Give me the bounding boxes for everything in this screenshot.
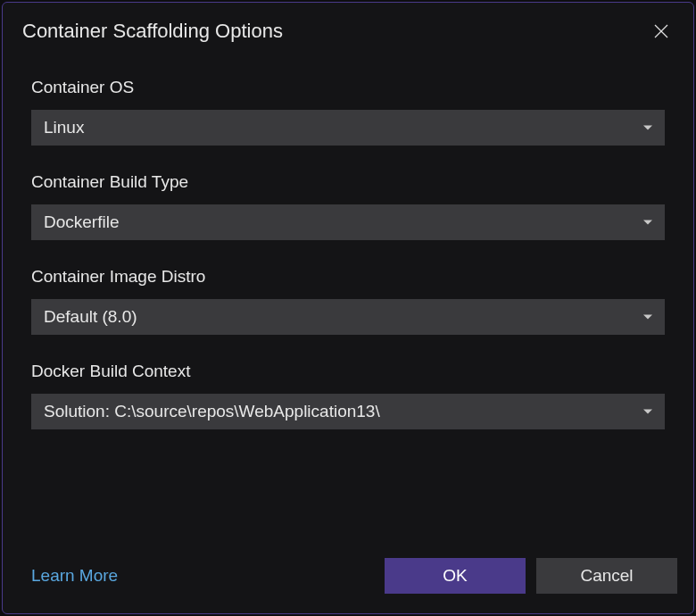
title-bar: Container Scaffolding Options xyxy=(3,3,693,54)
dialog-content: Container OS Linux Container Build Type … xyxy=(3,54,693,558)
field-image-distro: Container Image Distro Default (8.0) xyxy=(31,267,665,335)
select-image-distro[interactable]: Default (8.0) xyxy=(31,299,665,335)
select-build-type-value: Dockerfile xyxy=(44,212,629,232)
select-image-distro-value: Default (8.0) xyxy=(44,307,629,327)
ok-button[interactable]: OK xyxy=(385,558,526,594)
select-build-context-value: Solution: C:\source\repos\WebApplication… xyxy=(44,402,629,421)
close-button[interactable] xyxy=(649,19,674,44)
label-build-type: Container Build Type xyxy=(31,172,665,192)
label-image-distro: Container Image Distro xyxy=(31,267,665,287)
select-build-type[interactable]: Dockerfile xyxy=(31,204,665,240)
cancel-button[interactable]: Cancel xyxy=(536,558,677,594)
select-container-os-value: Linux xyxy=(44,118,629,137)
chevron-down-icon xyxy=(643,126,652,130)
learn-more-link[interactable]: Learn More xyxy=(31,566,118,586)
scaffolding-options-dialog: Container Scaffolding Options Container … xyxy=(2,2,694,614)
dialog-title: Container Scaffolding Options xyxy=(22,20,283,43)
chevron-down-icon xyxy=(643,410,652,414)
chevron-down-icon xyxy=(643,221,652,225)
field-container-os: Container OS Linux xyxy=(31,78,665,146)
dialog-footer: Learn More OK Cancel xyxy=(3,558,693,613)
select-build-context[interactable]: Solution: C:\source\repos\WebApplication… xyxy=(31,394,665,429)
field-build-type: Container Build Type Dockerfile xyxy=(31,172,665,240)
label-container-os: Container OS xyxy=(31,78,665,97)
field-build-context: Docker Build Context Solution: C:\source… xyxy=(31,362,665,429)
footer-buttons: OK Cancel xyxy=(385,558,677,594)
label-build-context: Docker Build Context xyxy=(31,362,665,381)
select-container-os[interactable]: Linux xyxy=(31,110,665,146)
chevron-down-icon xyxy=(643,315,652,320)
close-icon xyxy=(653,23,669,39)
